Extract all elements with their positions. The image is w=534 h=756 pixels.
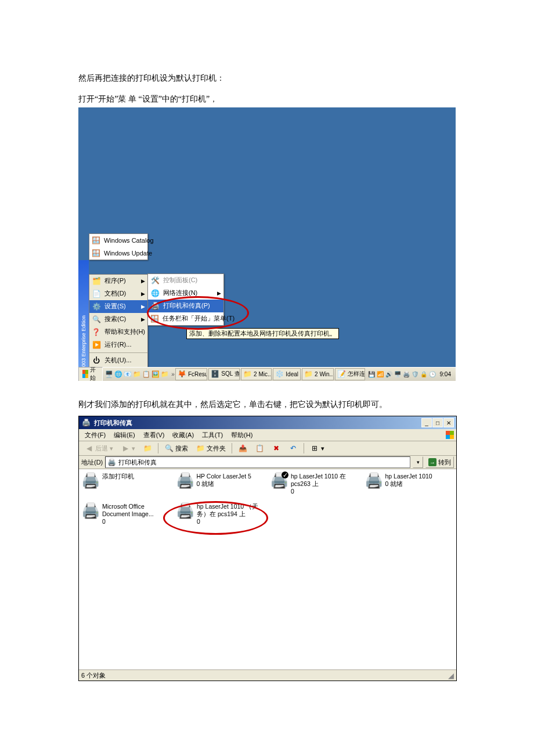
status-text: 6 个对象 — [81, 671, 106, 680]
address-dropdown[interactable]: ▾ — [413, 456, 423, 468]
app-icon: 📝 — [337, 369, 346, 379]
quick-icon[interactable]: 📧 — [124, 370, 132, 378]
submenu-arrow-icon: ▶ — [141, 304, 145, 309]
submenu-taskbar[interactable]: 🪟 任务栏和「开始」菜单(T) — [148, 312, 223, 325]
printer-name: hp LaserJet 1010 在 pcs263 上 — [291, 473, 360, 488]
task-button[interactable]: 📁2 Mic... ▾ — [241, 368, 272, 380]
forward-button[interactable]: ▶ ▾ — [118, 442, 138, 454]
quick-icon[interactable]: 🖥️ — [105, 370, 113, 378]
taskbar-icon: 🪟 — [150, 314, 159, 323]
up-icon: 📁 — [143, 444, 152, 453]
start-top-section: 🪟 Windows Catalog 🪟 Windows Update — [89, 233, 148, 260]
menu-file[interactable]: 文件(F) — [81, 430, 109, 441]
views-button[interactable]: ⊞▾ — [307, 442, 327, 454]
chevron-down-icon: ▾ — [321, 445, 324, 452]
task-button[interactable]: 📝怎样连... — [335, 368, 365, 380]
folders-label: 文件夹 — [207, 444, 226, 453]
close-button[interactable]: ✕ — [443, 418, 454, 427]
quick-icon[interactable]: 🌐 — [114, 370, 122, 378]
toolbar-separator — [158, 443, 158, 453]
address-input[interactable]: 🖨️ 打印机和传真 — [105, 456, 410, 468]
task-label: FcResu... — [188, 371, 207, 377]
instruction-text-1: 然后再把连接的打印机设为默认打印机： — [78, 72, 456, 85]
resize-grip-icon[interactable]: ◢ — [448, 671, 454, 680]
back-button[interactable]: ◀ 后退 ▾ — [81, 442, 116, 454]
quick-icon[interactable]: 📁 — [133, 370, 141, 378]
maximize-button[interactable]: □ — [432, 418, 443, 427]
quick-icon[interactable]: 🖼️ — [151, 370, 160, 378]
printer-icon: 🖨️✓ — [270, 473, 287, 495]
menu-edit[interactable]: 编辑(E) — [110, 430, 139, 441]
delete-button[interactable]: ✖ — [269, 442, 284, 454]
menu-settings[interactable]: ⚙️ 设置(S) ▶ — [89, 300, 147, 313]
task-button[interactable]: 🦊FcResu... — [175, 368, 207, 380]
minimize-button[interactable]: _ — [421, 418, 432, 427]
tray-icon[interactable]: 💾 — [368, 370, 376, 378]
task-label: 怎样连... — [348, 370, 365, 378]
app-icon: 📁 — [304, 369, 313, 379]
printer-name: 添加打印机 — [102, 473, 134, 495]
folder-view[interactable]: 🖨️ 添加打印机 🖨️ HP Color LaserJet 50 就绪 🖨️✓ … — [79, 469, 456, 669]
tray-icon[interactable]: 📶 — [377, 370, 384, 378]
start-sideband: Windows Server 2003 Enterprise Edition — [78, 260, 89, 368]
up-button[interactable]: 📁 — [140, 442, 155, 454]
menu-tools[interactable]: 工具(T) — [199, 430, 226, 441]
submenu-printers-fax[interactable]: 🖨️ 打印机和传真(P) — [148, 300, 223, 312]
menu-run[interactable]: ▶️ 运行(R)... — [89, 339, 147, 351]
task-button[interactable]: 🗄️SQL 查... — [208, 368, 240, 380]
tray-icon[interactable]: 🔊 — [385, 370, 393, 378]
search-label: 搜索 — [175, 444, 188, 453]
menu-help[interactable]: 帮助(H) — [228, 430, 256, 441]
undo-button[interactable]: ↶ — [286, 442, 301, 454]
run-icon: ▶️ — [92, 340, 101, 350]
task-button[interactable]: 📁2 Win... ▾ — [302, 368, 334, 380]
toolbar-separator — [304, 443, 304, 453]
submenu-arrow-icon: ▶ — [141, 278, 145, 284]
tray-icon[interactable]: 🖨️ — [403, 370, 410, 378]
submenu-network[interactable]: 🌐 网络连接(N) ▶ — [148, 287, 223, 300]
menu-search[interactable]: 🔍 搜索(C) ▶ — [89, 313, 147, 326]
tray-icon[interactable]: 🕒 — [429, 370, 436, 378]
back-icon: ◀ — [84, 444, 93, 453]
tray-icon[interactable]: 🔒 — [420, 370, 428, 378]
windows-icon: 🪟 — [92, 236, 100, 245]
address-path: 打印机和传真 — [118, 458, 157, 467]
submenu-label: 任务栏和「开始」菜单(T) — [163, 314, 234, 323]
go-button[interactable]: → 转到 — [425, 456, 454, 468]
printer-icon: 🖨️ — [107, 458, 116, 467]
menu-help[interactable]: ❓ 帮助和支持(H) — [89, 326, 147, 339]
tb-icon-button[interactable]: 📋 — [252, 442, 267, 454]
delete-icon: ✖ — [272, 444, 281, 453]
tray-icon[interactable]: 🛡️ — [412, 370, 419, 378]
printer-add[interactable]: 🖨️ 添加打印机 — [79, 469, 174, 499]
menu-programs[interactable]: 🗂️ 程序(P) ▶ — [89, 275, 147, 287]
menu-view[interactable]: 查看(V) — [140, 430, 168, 441]
start-button[interactable]: 开始 — [78, 367, 103, 381]
task-button[interactable]: ❄️Ideal ... — [273, 368, 301, 380]
network-icon: 🌐 — [150, 289, 160, 298]
printer-item[interactable]: 🖨️ HP Color LaserJet 50 就绪 — [174, 469, 268, 499]
quick-chevron[interactable]: » — [171, 371, 175, 377]
menu-windows-update[interactable]: 🪟 Windows Update — [89, 247, 147, 260]
tb-icon-button[interactable]: 📤 — [235, 442, 250, 454]
status-bar: 6 个对象 ◢ — [79, 669, 456, 681]
task-label: 2 Mic... ▾ — [254, 371, 272, 377]
search-button[interactable]: 🔍搜索 — [161, 442, 191, 454]
printer-item-default[interactable]: 🖨️✓ hp LaserJet 1010 在 pcs263 上0 — [268, 469, 362, 499]
tray-icon[interactable]: 🖥️ — [394, 370, 402, 378]
folders-icon: 📁 — [196, 444, 205, 453]
folders-button[interactable]: 📁文件夹 — [193, 442, 229, 454]
menu-shutdown[interactable]: ⏻ 关机(U)... — [89, 354, 147, 367]
printer-item[interactable]: 🖨️ hp LaserJet 10100 就绪 — [362, 469, 457, 499]
quick-icon[interactable]: 📁 — [161, 370, 169, 378]
quick-icon[interactable]: 📋 — [142, 370, 150, 378]
menu-windows-catalog[interactable]: 🪟 Windows Catalog — [89, 234, 147, 247]
menu-label: 帮助和支持(H) — [104, 327, 145, 336]
add-printer-icon: 🖨️ — [81, 473, 99, 495]
clock[interactable]: 9:04 — [438, 371, 453, 377]
submenu-control-panel[interactable]: 🛠️ 控制面板(C) — [148, 274, 223, 287]
menu-favorites[interactable]: 收藏(A) — [169, 430, 197, 441]
menu-documents[interactable]: 📄 文档(D) ▶ — [89, 287, 147, 300]
printer-item-highlighted[interactable]: 🖨️ hp LaserJet 1010 （天务）在 pcs194 上0 — [174, 499, 268, 529]
printer-item[interactable]: 🖨️ Microsoft Office Document Image...0 — [79, 499, 174, 529]
